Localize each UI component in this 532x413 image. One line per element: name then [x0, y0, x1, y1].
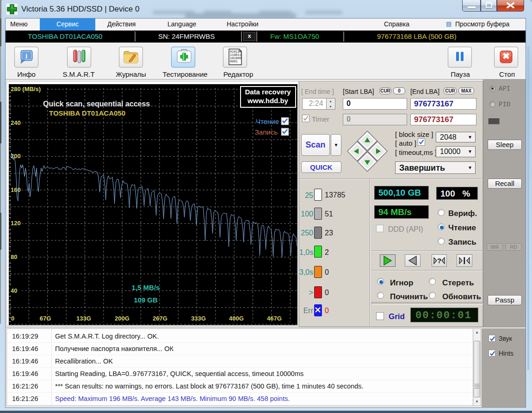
svg-text:133G: 133G — [76, 315, 91, 322]
svg-text:160: 160 — [11, 186, 21, 193]
svg-text:267G: 267G — [153, 315, 167, 322]
svg-text:109 GB: 109 GB — [134, 296, 158, 304]
svg-text:Quick scan, sequential access: Quick scan, sequential access — [43, 100, 150, 108]
svg-text:1,5 MB/s: 1,5 MB/s — [132, 284, 160, 291]
svg-text:200G: 200G — [115, 315, 130, 322]
svg-text:240: 240 — [11, 119, 21, 126]
svg-text:80: 80 — [11, 253, 17, 260]
svg-text:400G: 400G — [229, 315, 244, 322]
svg-text:www.hdd.by: www.hdd.by — [247, 97, 288, 105]
svg-text:0: 0 — [11, 315, 14, 322]
svg-text:0001: 0001 — [230, 60, 238, 63]
svg-text:TOSHIBA DT01ACA050: TOSHIBA DT01ACA050 — [49, 109, 125, 117]
svg-text:?: ? — [437, 257, 441, 265]
svg-text:40: 40 — [11, 287, 17, 294]
svg-text:Запись: Запись — [255, 128, 278, 136]
svg-text:467G: 467G — [267, 315, 282, 322]
svg-text:120: 120 — [11, 220, 21, 227]
svg-text:200: 200 — [11, 153, 21, 160]
svg-text:333G: 333G — [191, 315, 206, 322]
svg-text:280 (MB/s): 280 (MB/s) — [11, 86, 41, 92]
svg-text:Data recovery: Data recovery — [245, 88, 291, 96]
svg-text:i: i — [25, 52, 27, 60]
svg-text:Чтение: Чтение — [256, 117, 279, 125]
svg-text:67G: 67G — [40, 315, 51, 322]
